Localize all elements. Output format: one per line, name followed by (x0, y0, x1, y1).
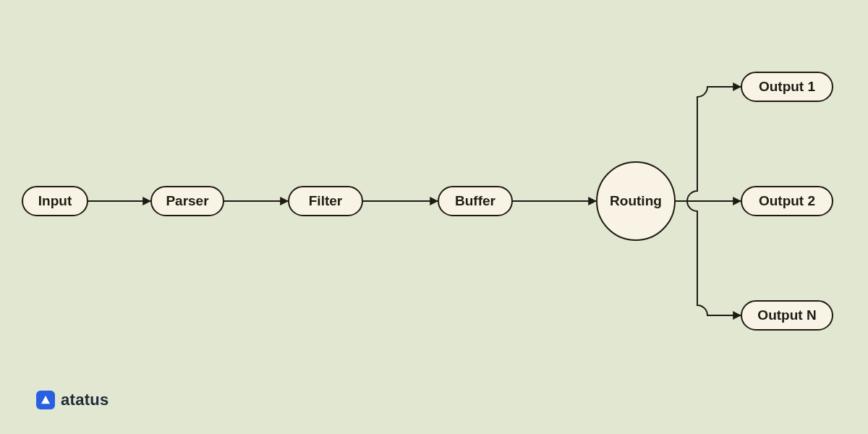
node-label: Output N (757, 307, 816, 323)
node-label: Input (38, 193, 72, 209)
edge-routing-outN (676, 201, 741, 315)
connectors-layer (0, 0, 868, 434)
node-output-2: Output 2 (741, 186, 833, 216)
node-routing: Routing (596, 161, 676, 241)
node-label: Filter (309, 193, 342, 209)
brand-name: atatus (61, 391, 109, 409)
edge-routing-out1 (676, 87, 741, 201)
node-label: Output 1 (759, 79, 815, 95)
node-label: Routing (610, 193, 662, 209)
node-parser: Parser (150, 186, 224, 216)
brand: atatus (36, 391, 109, 409)
node-filter: Filter (288, 186, 363, 216)
node-input: Input (22, 186, 88, 216)
node-label: Output 2 (759, 193, 815, 209)
node-label: Parser (166, 193, 208, 209)
diagram-canvas: Input Parser Filter Buffer Routing Outpu… (0, 0, 868, 434)
brand-logo-icon (36, 391, 55, 409)
node-output-1: Output 1 (741, 72, 833, 102)
node-output-n: Output N (741, 300, 833, 331)
node-label: Buffer (455, 193, 495, 209)
node-buffer: Buffer (438, 186, 513, 216)
